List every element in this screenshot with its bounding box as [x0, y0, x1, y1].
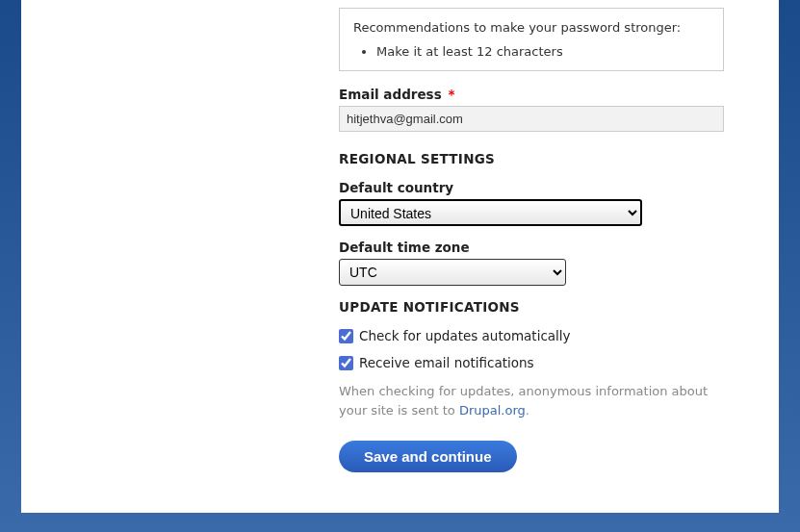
save-and-continue-button[interactable]: Save and continue	[339, 441, 517, 472]
email-label-text: Email address	[339, 87, 442, 102]
receive-email-checkbox[interactable]	[339, 356, 353, 370]
email-field[interactable]	[339, 106, 724, 132]
email-label: Email address *	[339, 87, 724, 102]
timezone-select[interactable]: UTC	[339, 259, 566, 286]
recommendation-item: Make it at least 12 characters	[376, 44, 710, 59]
receive-email-row: Receive email notifications	[339, 355, 724, 370]
required-indicator: *	[448, 87, 454, 102]
check-updates-checkbox[interactable]	[339, 329, 353, 343]
help-text-suffix: .	[526, 403, 529, 418]
check-updates-label: Check for updates automatically	[359, 328, 571, 343]
update-notifications-heading: UPDATE NOTIFICATIONS	[339, 299, 724, 315]
timezone-label: Default time zone	[339, 240, 724, 255]
form-content: Recommendations to make your password st…	[339, 0, 724, 472]
country-field-wrapper: Default country United States	[339, 180, 724, 226]
regional-settings-heading: REGIONAL SETTINGS	[339, 151, 724, 166]
password-recommendation-box: Recommendations to make your password st…	[339, 8, 724, 71]
drupal-org-link[interactable]: Drupal.org	[459, 403, 526, 418]
page-wrapper: Recommendations to make your password st…	[21, 0, 779, 513]
recommendation-list: Make it at least 12 characters	[353, 44, 710, 59]
recommendation-heading: Recommendations to make your password st…	[353, 20, 710, 35]
check-updates-row: Check for updates automatically	[339, 328, 724, 343]
country-label: Default country	[339, 180, 724, 195]
country-select[interactable]: United States	[339, 199, 642, 226]
receive-email-label: Receive email notifications	[359, 355, 534, 370]
timezone-field-wrapper: Default time zone UTC	[339, 240, 724, 286]
update-help-text: When checking for updates, anonymous inf…	[339, 382, 724, 419]
